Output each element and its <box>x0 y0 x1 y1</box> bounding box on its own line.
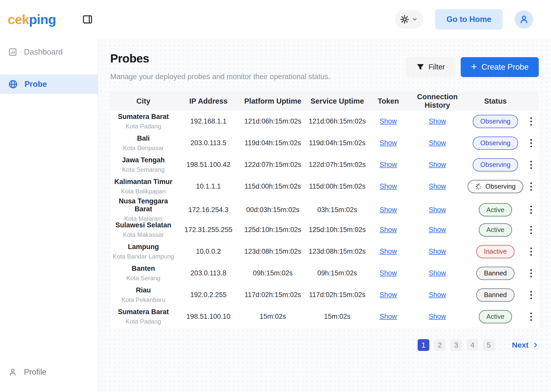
token-show-link[interactable]: Show <box>380 291 397 299</box>
ip-address: 172.16.254.3 <box>177 206 240 214</box>
connection-history-show-link[interactable]: Show <box>429 182 446 190</box>
region-name: Kalimantan Timur <box>110 178 177 186</box>
service-uptime: 125d:10h:15m:02s <box>305 226 369 234</box>
token-show-link[interactable]: Show <box>380 182 397 190</box>
page-actions: Filter + Create Probe <box>406 57 539 77</box>
connection-history-show-link[interactable]: Show <box>429 248 446 255</box>
page-buttons: 12345 <box>418 339 495 351</box>
table-row: Bali Kota Denpasar 203.0.113.5 119d:04h:… <box>110 132 539 154</box>
region-name: Lampung <box>110 243 177 251</box>
page-button-5[interactable]: 5 <box>483 339 495 351</box>
globe-icon <box>8 79 18 89</box>
sidebar: Dashboard Probe Profile <box>0 39 98 392</box>
city-name: Kota Padang <box>110 318 177 325</box>
city-cell: Kalimantan Timur Kota Balikpapan <box>110 178 177 195</box>
city-name: Kota Padang <box>110 123 177 130</box>
chevron-right-icon <box>532 342 539 348</box>
create-probe-button[interactable]: + Create Probe <box>461 57 539 77</box>
token-show-link[interactable]: Show <box>380 139 397 147</box>
sidebar-item-label: Profile <box>24 368 46 377</box>
city-name: Kota Serang <box>110 275 177 282</box>
ip-address: 192.0.2.255 <box>177 291 240 299</box>
service-uptime: 15m:02s <box>305 313 369 321</box>
service-uptime: 122d:07h:15m:02s <box>305 161 369 169</box>
connection-history-show-link[interactable]: Show <box>429 226 446 234</box>
row-menu-button[interactable] <box>523 269 539 277</box>
table-row: Banten Kota Serang 203.0.113.8 09h:15m:0… <box>110 262 539 284</box>
connection-history-show-link[interactable]: Show <box>429 139 446 147</box>
status-badge: Active <box>479 310 512 323</box>
status-label: Observing <box>480 161 511 169</box>
city-name: Kota Makassar <box>110 231 177 238</box>
service-uptime: 117d:02h:15m:02s <box>305 291 369 299</box>
user-icon <box>519 14 529 24</box>
page-button-2[interactable]: 2 <box>434 339 446 351</box>
token-show-link[interactable]: Show <box>380 161 397 168</box>
row-menu-button[interactable] <box>523 291 539 299</box>
table-row: Sulawesi Selatan Kota Makassar 172.31.25… <box>110 219 539 241</box>
avatar[interactable] <box>515 10 533 29</box>
page-button-1[interactable]: 1 <box>418 339 429 351</box>
row-menu-button[interactable] <box>523 117 539 126</box>
filter-button-label: Filter <box>429 63 445 71</box>
page-button-3[interactable]: 3 <box>450 339 462 351</box>
ip-address: 198.51.100.10 <box>177 313 240 321</box>
next-page-button[interactable]: Next <box>512 341 539 349</box>
city-cell: Bali Kota Denpasar <box>110 134 177 152</box>
token-show-link[interactable]: Show <box>380 248 397 255</box>
table-row: Nusa Tenggara Barat Kota Mataram 172.16.… <box>110 197 539 219</box>
sidebar-item-label: Dashboard <box>24 47 63 57</box>
platform-uptime: 121d:06h:15m:02s <box>240 117 305 125</box>
token-show-link[interactable]: Show <box>380 206 397 214</box>
region-name: Sulawesi Selatan <box>110 221 177 229</box>
row-menu-button[interactable] <box>523 182 539 191</box>
connection-history-show-link[interactable]: Show <box>429 313 446 320</box>
token-show-link[interactable]: Show <box>380 226 397 234</box>
status-badge: Observing <box>473 115 518 128</box>
row-menu-button[interactable] <box>523 161 539 169</box>
connection-history-show-link[interactable]: Show <box>429 161 446 168</box>
page-header-text: Probes Manage your deployed probes and m… <box>110 52 330 81</box>
chevron-down-icon <box>412 16 418 22</box>
page-header: Probes Manage your deployed probes and m… <box>110 52 539 81</box>
filter-button[interactable]: Filter <box>406 57 456 77</box>
platform-uptime: 125d:10h:15m:02s <box>240 226 305 234</box>
region-name: Bali <box>110 134 177 142</box>
region-name: Riau <box>110 286 177 294</box>
topbar-actions: Go to Home <box>395 9 533 30</box>
table-row: Kalimantan Timur Kota Balikpapan 10.1.1.… <box>110 176 539 197</box>
row-menu-button[interactable] <box>523 313 539 321</box>
connection-history-show-link[interactable]: Show <box>429 291 446 299</box>
status-badge: Active <box>479 203 512 216</box>
go-to-home-button[interactable]: Go to Home <box>435 9 503 30</box>
theme-toggle[interactable] <box>395 10 423 29</box>
sidebar-item-probe[interactable]: Probe <box>0 75 98 94</box>
ip-address: 172.31.255.255 <box>177 226 240 234</box>
sidebar-spacer <box>0 94 98 362</box>
token-show-link[interactable]: Show <box>380 117 397 125</box>
row-menu-button[interactable] <box>523 226 539 234</box>
column-header-platform-uptime: Platform Uptime <box>240 97 305 105</box>
region-name: Banten <box>110 265 177 273</box>
sidebar-item-dashboard[interactable]: Dashboard <box>0 42 98 62</box>
row-menu-button[interactable] <box>523 206 539 214</box>
top-bar: cekping Go to Home <box>0 0 551 39</box>
row-menu-button[interactable] <box>523 248 539 256</box>
connection-history-show-link[interactable]: Show <box>429 117 446 125</box>
city-cell: Riau Kota Pekanbaru <box>110 286 177 303</box>
status-badge: Observing <box>473 137 518 150</box>
connection-history-show-link[interactable]: Show <box>429 206 446 214</box>
page-button-4[interactable]: 4 <box>467 339 478 351</box>
create-probe-label: Create Probe <box>482 63 529 72</box>
row-menu-button[interactable] <box>523 139 539 147</box>
connection-history-show-link[interactable]: Show <box>429 269 446 277</box>
ip-address: 10.1.1.1 <box>177 182 240 190</box>
platform-uptime: 123d:08h:15m:02s <box>240 248 305 255</box>
token-show-link[interactable]: Show <box>380 313 397 320</box>
token-show-link[interactable]: Show <box>380 269 397 277</box>
probes-table: City IP Address Platform Uptime Service … <box>110 92 539 327</box>
status-badge: Observing <box>468 180 523 193</box>
sidebar-item-profile[interactable]: Profile <box>0 362 98 382</box>
sidebar-toggle-button[interactable] <box>82 14 93 25</box>
status-badge: Banned <box>476 267 515 280</box>
